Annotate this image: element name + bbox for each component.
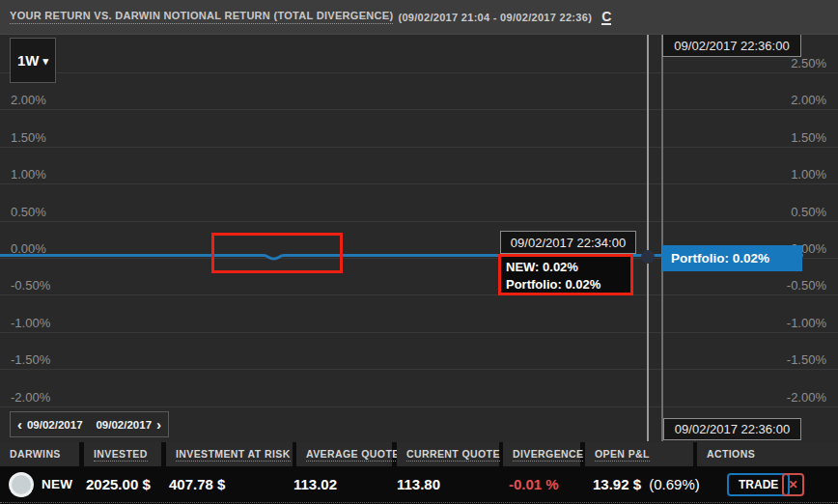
- portfolio-axis-tag: Portfolio: 0.02%: [662, 245, 802, 271]
- table-row: NEW 2025.00 $ 407.78 $ 113.02 113.80 -0.…: [0, 466, 838, 503]
- close-icon: ✕: [788, 478, 797, 491]
- chart-date-range: (09/02/2017 21:04 - 09/02/2017 22:36): [398, 12, 592, 23]
- prev-date-button[interactable]: ‹ 09/02/2017: [11, 412, 90, 436]
- tooltip-values-box: NEW: 0.02% Portfolio: 0.02%: [498, 254, 633, 295]
- tooltip-new-value: NEW: 0.02%: [506, 259, 630, 276]
- axis-end-time-box-bottom: 09/02/2017 22:36:00: [663, 418, 801, 440]
- date-navigation: ‹ 09/02/2017 09/02/2017 ›: [10, 411, 169, 437]
- invested-cell: 2025.00 $: [86, 466, 151, 502]
- crosshair-tooltip: 09/02/2017 22:34:00 NEW: 0.02% Portfolio…: [498, 231, 636, 295]
- next-date-button[interactable]: 09/02/2017 ›: [90, 412, 169, 436]
- trading-platform-window: YOUR RETURN VS. DARWIN NOTIONAL RETURN (…: [0, 0, 838, 504]
- column-header-invested[interactable]: INVESTED: [84, 442, 161, 466]
- column-header-investment-at-risk[interactable]: INVESTMENT AT RISK: [166, 442, 293, 466]
- close-position-button[interactable]: ✕: [782, 473, 804, 496]
- tooltip-portfolio-value: Portfolio: 0.02%: [506, 276, 630, 294]
- average-quote-cell: 113.02: [293, 466, 337, 502]
- portfolio-return-line-plot: [0, 35, 838, 442]
- darwin-avatar[interactable]: [9, 472, 34, 497]
- current-quote-cell: 113.80: [397, 466, 440, 502]
- chevron-down-icon: ▾: [42, 56, 48, 66]
- open-pl-value: 13.92 $: [593, 476, 641, 492]
- column-header-average-quote[interactable]: AVERAGE QUOTE: [296, 442, 392, 466]
- trade-button[interactable]: TRADE: [727, 473, 790, 496]
- positions-table-header: DARWINS INVESTED INVESTMENT AT RISK AVER…: [0, 442, 838, 466]
- column-header-current-quote[interactable]: CURRENT QUOTE: [397, 442, 499, 466]
- red-highlight-rectangle: [211, 233, 343, 273]
- chevron-left-icon: ‹: [17, 419, 22, 430]
- open-pl-percent: (0.69%): [649, 476, 700, 492]
- column-header-darwins: DARWINS: [0, 442, 79, 466]
- chevron-right-icon: ›: [156, 419, 161, 430]
- column-header-divergence[interactable]: DIVERGENCE: [503, 442, 580, 466]
- chart-header-bar: YOUR RETURN VS. DARWIN NOTIONAL RETURN (…: [0, 0, 838, 34]
- timeframe-label: 1W: [17, 52, 40, 69]
- divergence-chart: 2.00% 1.50% 1.00% 0.50% 0.00% -0.50% -1.…: [0, 34, 838, 442]
- refresh-icon[interactable]: C: [601, 10, 611, 25]
- next-date-label: 09/02/2017: [96, 419, 152, 431]
- prev-date-label: 09/02/2017: [27, 419, 83, 431]
- timeframe-selector-button[interactable]: 1W ▾: [10, 38, 56, 83]
- investment-at-risk-cell: 407.78 $: [169, 466, 225, 502]
- tooltip-time: 09/02/2017 22:34:00: [500, 231, 636, 254]
- divergence-cell: -0.01 %: [509, 466, 559, 502]
- darwin-name-cell[interactable]: NEW: [42, 466, 72, 502]
- column-header-actions: ACTIONS: [697, 442, 838, 466]
- crosshair-point-marker: [641, 250, 655, 264]
- open-pl-cell: 13.92 $ (0.69%): [593, 466, 700, 502]
- chart-title: YOUR RETURN VS. DARWIN NOTIONAL RETURN (…: [10, 10, 393, 24]
- column-header-open-pl[interactable]: OPEN P&L: [585, 442, 693, 466]
- axis-end-time-box-top: 09/02/2017 22:36:00: [662, 34, 801, 57]
